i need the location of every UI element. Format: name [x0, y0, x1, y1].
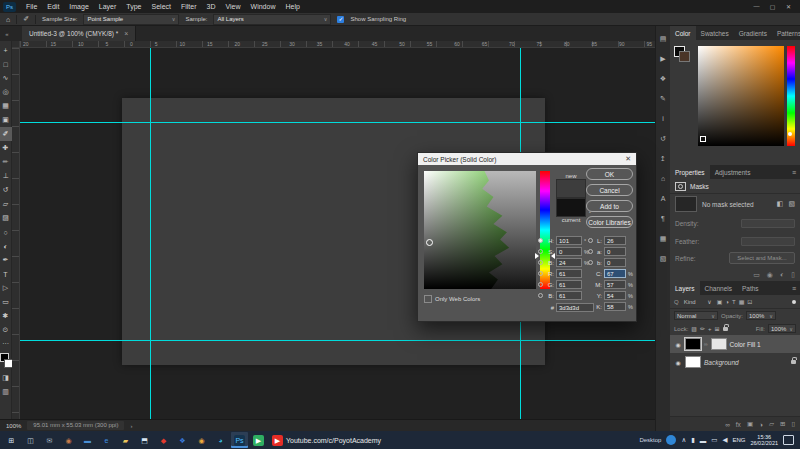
field-input[interactable]: 67 — [604, 269, 626, 278]
tray-display-icon[interactable]: ▭ — [711, 436, 717, 444]
path-selection-tool[interactable]: ▷ — [0, 281, 12, 295]
histogram-icon[interactable]: ▤ — [660, 34, 667, 43]
filter-pixel-layers-icon[interactable]: ▣ — [717, 298, 723, 305]
zoom-level[interactable]: 100% — [6, 423, 21, 429]
paragraph-panel-icon[interactable]: ¶ — [661, 214, 665, 223]
field-input[interactable]: 0 — [604, 247, 626, 256]
field-radio[interactable] — [588, 238, 593, 243]
field-radio[interactable] — [538, 293, 543, 298]
layer-thumbnail[interactable] — [685, 356, 701, 368]
app-chrome[interactable]: ◉ — [193, 432, 210, 448]
kind-filter-select[interactable]: Kind ∨ — [682, 297, 714, 306]
field-input[interactable]: 57 — [604, 280, 626, 289]
adjustment-layer-icon[interactable]: ◑ — [759, 421, 763, 428]
rectangular-marquee-tool[interactable]: □ — [0, 57, 12, 71]
screen-mode-tool[interactable]: ▥ — [0, 385, 12, 399]
foreground-background-swatches[interactable] — [0, 353, 12, 369]
layer-name[interactable]: Color Fill 1 — [730, 341, 761, 348]
field-radio[interactable] — [538, 282, 543, 287]
tray-volume-icon[interactable]: ◀ — [722, 436, 727, 444]
menu-item[interactable]: Edit — [42, 3, 64, 10]
mask-link-icon[interactable]: ∞ — [704, 341, 708, 347]
dodge-tool[interactable]: ◐ — [0, 239, 12, 253]
guide-horizontal-bottom[interactable] — [20, 340, 655, 341]
layer-style-icon[interactable]: fx — [736, 421, 741, 428]
field-radio[interactable] — [538, 260, 543, 265]
add-pixel-mask-icon[interactable]: ◧ — [777, 200, 784, 208]
menu-item[interactable]: Image — [64, 3, 93, 10]
blend-mode-select[interactable]: Normal ∨ — [674, 311, 718, 320]
mask-thumbnail[interactable] — [675, 196, 697, 212]
hue-slider-marker[interactable] — [788, 132, 792, 136]
filter-shape-layers-icon[interactable]: ▦ — [739, 298, 745, 305]
info-icon[interactable]: i — [662, 114, 664, 123]
menu-item[interactable]: File — [21, 3, 42, 10]
field-radio[interactable] — [588, 249, 593, 254]
lock-all-icon[interactable] — [723, 327, 728, 331]
layer-mask-thumbnail[interactable] — [711, 338, 727, 350]
select-and-mask-button[interactable]: Select and Mask... — [729, 252, 795, 264]
tray-app-icon[interactable] — [666, 435, 676, 445]
lock-position-icon[interactable]: + — [708, 326, 712, 332]
tab-swatches[interactable]: Swatches — [696, 26, 734, 40]
add-to-swatches-button[interactable]: Add to Swatches — [586, 200, 633, 212]
blur-tool[interactable]: ○ — [0, 225, 12, 239]
panel-color-swatches[interactable] — [674, 46, 690, 62]
cancel-button[interactable]: Cancel — [586, 184, 633, 196]
app-photos[interactable]: ◉ — [60, 432, 77, 448]
spot-healing-brush-tool[interactable]: ✚ — [0, 141, 12, 155]
actions-icon[interactable]: ▶ — [660, 54, 665, 63]
lasso-tool[interactable]: ∿ — [0, 71, 12, 85]
move-tool[interactable]: + — [0, 43, 12, 57]
quick-mask-tool[interactable]: ◨ — [0, 371, 12, 385]
sample-select[interactable]: All Layers ∨ — [213, 14, 331, 25]
mask-visibility-icon[interactable]: ◉ — [767, 271, 773, 279]
tab-color[interactable]: Color — [670, 26, 696, 40]
app-mail[interactable]: ✉ — [41, 432, 58, 448]
delete-layer-icon[interactable]: ▯ — [791, 420, 795, 428]
ok-button[interactable]: OK — [586, 168, 633, 180]
dialog-close-icon[interactable]: ✕ — [625, 155, 631, 163]
filter-adjustment-layers-icon[interactable]: ◑ — [725, 299, 729, 305]
layer-name[interactable]: Background — [704, 359, 739, 366]
tray-mic-icon[interactable]: ▮ — [691, 436, 695, 444]
hand-tool[interactable]: ✱ — [0, 309, 12, 323]
app-camtasia[interactable]: ▶ — [250, 432, 267, 448]
menu-item[interactable]: View — [221, 3, 246, 10]
delete-mask-icon[interactable]: ▯ — [791, 271, 795, 279]
app-photoshop[interactable]: Ps — [231, 432, 248, 448]
tab-gradients[interactable]: Gradients — [734, 26, 772, 40]
menu-item[interactable]: 3D — [202, 3, 221, 10]
action-center-icon[interactable] — [783, 435, 794, 445]
field-input[interactable]: 0 — [556, 247, 582, 256]
app-store[interactable]: ⬒ — [136, 432, 153, 448]
hue-slider[interactable] — [787, 46, 795, 146]
lock-artboard-icon[interactable]: ⊞ — [715, 325, 720, 332]
brush-tool[interactable]: ✏ — [0, 155, 12, 169]
tab-layers[interactable]: Layers — [670, 281, 700, 295]
field-input[interactable]: 61 — [556, 291, 582, 300]
field-input[interactable]: 0 — [604, 258, 626, 267]
filter-type-layers-icon[interactable]: T — [732, 299, 736, 305]
libraries-icon[interactable]: ⌂ — [661, 174, 665, 183]
app-youtube[interactable]: ▶ Youtube.com/c/PoyotAcademy — [269, 432, 384, 448]
zoom-tool[interactable]: ⊙ — [0, 323, 12, 337]
glyphs-panel-icon[interactable]: ▦ — [660, 234, 667, 243]
guide-horizontal-top[interactable] — [20, 122, 655, 123]
tab-paths[interactable]: Paths — [737, 281, 764, 295]
field-radio[interactable] — [588, 260, 593, 265]
lock-transparency-icon[interactable]: ▨ — [691, 325, 697, 332]
field-input[interactable]: 58 — [604, 302, 626, 311]
layer-visibility-icon[interactable]: ◉ — [674, 341, 682, 348]
collapse-icon[interactable]: « — [0, 26, 14, 41]
tab-patterns[interactable]: Patterns — [772, 26, 800, 40]
app-edge[interactable]: ◕ — [212, 432, 229, 448]
show-sampling-ring-checkbox[interactable] — [337, 16, 344, 23]
menu-item[interactable]: Help — [280, 3, 304, 10]
color-field-marker[interactable] — [700, 136, 706, 142]
tray-expand-icon[interactable]: ∧ — [681, 436, 686, 444]
history-icon[interactable]: ↺ — [660, 134, 666, 143]
color-field-marker[interactable] — [426, 239, 433, 246]
gradient-tool[interactable]: ▨ — [0, 211, 12, 225]
fill-select[interactable]: 100% ∨ — [768, 324, 796, 333]
